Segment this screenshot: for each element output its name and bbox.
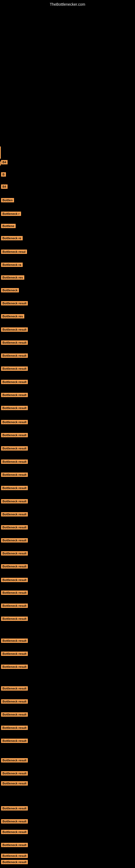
result-item: Bottleneck re <box>1 236 23 240</box>
result-item: Bottleneck result <box>1 819 28 824</box>
result-item: Bottleneck result <box>1 512 28 517</box>
result-item: Bottleneck result <box>1 420 28 424</box>
result-item: Bottleneck result <box>1 712 28 717</box>
result-item: Bottleneck result <box>1 664 28 669</box>
result-item: Bottlen <box>1 198 14 203</box>
result-item: Bottleneck result <box>1 460 28 464</box>
left-bar <box>0 147 1 159</box>
site-title: TheBottlenecker.com <box>50 2 85 6</box>
result-item: Bottleneck result <box>1 830 28 834</box>
result-item: Bottleneck <box>1 288 19 292</box>
result-item: Bottleneck result <box>1 806 28 810</box>
result-item: B <box>1 172 6 177</box>
result-item: Bottleneck result <box>1 781 28 785</box>
result-item: Bottleneck result <box>1 525 28 529</box>
result-item: Bottleneck result <box>1 406 28 410</box>
result-item: Bottleneck result <box>1 843 28 847</box>
result-item: B4 <box>1 184 8 189</box>
result-item: Bottleneck result <box>1 652 28 656</box>
result-item: Bottleneck result <box>1 380 28 384</box>
result-item: Bottleneck result <box>1 639 28 643</box>
result-item: Bottleneck result <box>1 686 28 691</box>
result-item: Bottleneck result <box>1 353 28 358</box>
result-item: Bottleneck resul <box>1 250 27 254</box>
result-item: Bottleneck result <box>1 499 28 503</box>
result-item: Bottleneck result <box>1 472 28 477</box>
result-item: Bottleneck result <box>1 446 28 451</box>
result-item: Bottleneck result <box>1 340 28 345</box>
result-item: Bottleneck result <box>1 393 28 397</box>
result-item: Bottleneck result <box>1 433 28 437</box>
result-item: Bottleneck result <box>1 538 28 542</box>
left-indicator <box>0 161 1 165</box>
result-item: Bottleneck ra <box>1 262 23 267</box>
result-item: Bottleneck result <box>1 699 28 704</box>
result-item: Bottleneck result <box>1 860 28 864</box>
result-item: B4 <box>1 160 8 164</box>
result-item: Bottlene <box>1 224 16 228</box>
result-item: Bottleneck result <box>1 486 28 490</box>
result-item: Bottleneck res <box>1 275 24 280</box>
result-item: Bottleneck result <box>1 367 28 371</box>
result-item: Bottleneck result <box>1 739 28 743</box>
result-item: Bottleneck result <box>1 617 28 621</box>
result-item: Bottleneck result <box>1 771 28 775</box>
result-item: Bottleneck result <box>1 758 28 763</box>
result-item: Bottleneck result <box>1 854 28 858</box>
result-item: Bottleneck result <box>1 328 28 332</box>
result-item: Bottleneck r <box>1 212 21 216</box>
chart-area <box>0 8 135 111</box>
result-item: Bottleneck result <box>1 551 28 556</box>
result-item: Bottleneck result <box>1 578 28 582</box>
result-item: Bottleneck result <box>1 725 28 730</box>
result-item: Bottleneck result <box>1 590 28 595</box>
result-item: Bottleneck result <box>1 301 28 305</box>
result-item: Bottleneck res <box>1 314 24 318</box>
result-item: Bottleneck result <box>1 564 28 568</box>
result-item: Bottleneck result <box>1 603 28 608</box>
